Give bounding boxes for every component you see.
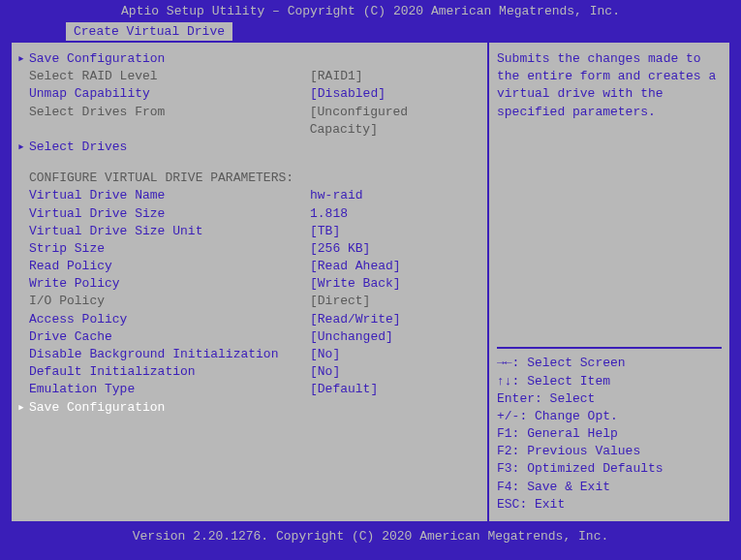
hint-f4: F4: Save & Exit (497, 479, 722, 496)
menu-value: [Disabled] (310, 85, 386, 103)
hint-select-screen: →←: Select Screen (497, 355, 722, 372)
menu-label: Select RAID Level (29, 68, 310, 85)
menu-item-save-configuration-top[interactable]: Save Configuration (15, 50, 483, 68)
menu-label: Save Configuration (29, 399, 310, 417)
menu-label: Select Drives (29, 139, 310, 156)
hint-select-item: ↑↓: Select Item (497, 373, 722, 390)
hint-enter-select: Enter: Select (497, 390, 722, 408)
menu-value: [TB] (310, 223, 340, 240)
menu-item-virtual-drive-name[interactable]: Virtual Drive Name hw-raid (15, 187, 483, 204)
menu-label: Access Policy (29, 311, 310, 328)
menu-item-io-policy[interactable]: I/O Policy [Direct] (15, 293, 483, 310)
menu-item-virtual-drive-size-unit[interactable]: Virtual Drive Size Unit [TB] (15, 223, 483, 240)
hint-change-opt: +/-: Change Opt. (497, 408, 722, 425)
menu-label: Save Configuration (29, 50, 310, 68)
tab-create-virtual-drive[interactable]: Create Virtual Drive (66, 22, 232, 41)
menu-item-select-raid-level[interactable]: Select RAID Level [RAID1] (15, 68, 483, 85)
menu-label: Unmap Capability (29, 85, 310, 103)
menu-value: [256 KB] (310, 240, 370, 258)
menu-value: [Default] (310, 381, 378, 398)
header-title: Aptio Setup Utility – Copyright (C) 2020… (121, 4, 620, 18)
menu-item-write-policy[interactable]: Write Policy [Write Back] (15, 275, 483, 293)
menu-label: I/O Policy (29, 293, 310, 310)
help-panel: Submits the changes made to the entire f… (489, 43, 729, 521)
help-text: Submits the changes made to the entire f… (497, 50, 722, 347)
hint-f2: F2: Previous Values (497, 443, 722, 460)
menu-value: hw-raid (310, 187, 363, 204)
menu-label: Drive Cache (29, 328, 310, 346)
footer-bar: Version 2.20.1276. Copyright (C) 2020 Am… (0, 523, 741, 547)
menu-item-save-configuration-selected[interactable]: Save Configuration (15, 399, 483, 417)
menu-value: [No] (310, 346, 340, 363)
menu-label: Virtual Drive Name (29, 187, 310, 204)
menu-value: [Read Ahead] (310, 258, 401, 275)
menu-value: 1.818 (310, 205, 348, 223)
menu-label: Default Initialization (29, 363, 310, 381)
menu-value: [Unchanged] (310, 328, 393, 346)
menu-label: Virtual Drive Size (29, 205, 310, 223)
section-header: CONFIGURE VIRTUAL DRIVE PARAMETERS: (15, 170, 483, 187)
menu-label: Strip Size (29, 240, 310, 258)
menu-item-select-drives[interactable]: Select Drives (15, 139, 483, 156)
menu-item-virtual-drive-size[interactable]: Virtual Drive Size 1.818 (15, 205, 483, 223)
menu-label: Disable Background Initialization (29, 346, 310, 363)
menu-item-emulation-type[interactable]: Emulation Type [Default] (15, 381, 483, 398)
hint-f3: F3: Optimized Defaults (497, 460, 722, 478)
menu-value: [Unconfigured Capacity] (310, 104, 483, 139)
menu-item-default-init[interactable]: Default Initialization [No] (15, 363, 483, 381)
menu-item-access-policy[interactable]: Access Policy [Read/Write] (15, 311, 483, 328)
menu-value: [No] (310, 363, 340, 381)
key-hints: →←: Select Screen ↑↓: Select Item Enter:… (497, 347, 722, 513)
menu-value: [Write Back] (310, 275, 401, 293)
tab-bar: Create Virtual Drive (0, 22, 741, 41)
menu-label: Emulation Type (29, 381, 310, 398)
menu-item-select-drives-from[interactable]: Select Drives From [Unconfigured Capacit… (15, 104, 483, 139)
menu-label: Read Policy (29, 258, 310, 275)
menu-item-disable-bg-init[interactable]: Disable Background Initialization [No] (15, 346, 483, 363)
menu-item-drive-cache[interactable]: Drive Cache [Unchanged] (15, 328, 483, 346)
menu-item-strip-size[interactable]: Strip Size [256 KB] (15, 240, 483, 258)
menu-panel: Save Configuration Select RAID Level [RA… (12, 43, 489, 521)
title-bar: Aptio Setup Utility – Copyright (C) 2020… (0, 0, 741, 22)
menu-value: [Direct] (310, 293, 370, 310)
menu-label: Virtual Drive Size Unit (29, 223, 310, 240)
menu-item-read-policy[interactable]: Read Policy [Read Ahead] (15, 258, 483, 275)
menu-value: [RAID1] (310, 68, 363, 85)
menu-value: [Read/Write] (310, 311, 401, 328)
hint-esc: ESC: Exit (497, 496, 722, 513)
footer-text: Version 2.20.1276. Copyright (C) 2020 Am… (133, 529, 608, 544)
main-area: Save Configuration Select RAID Level [RA… (10, 41, 731, 523)
hint-f1: F1: General Help (497, 425, 722, 443)
menu-item-unmap-capability[interactable]: Unmap Capability [Disabled] (15, 85, 483, 103)
menu-label: Write Policy (29, 275, 310, 293)
menu-label: Select Drives From (29, 104, 310, 139)
